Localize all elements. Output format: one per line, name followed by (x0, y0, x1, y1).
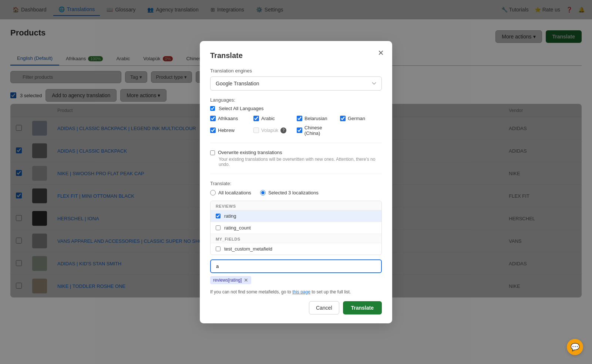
meta-info-text: If you can not find some metafields, go … (210, 289, 291, 295)
lang-label-hebrew: Hebrew (218, 127, 235, 133)
lang-check-arabic[interactable]: Arabic (253, 116, 295, 121)
tag-label: reviews[rating] (213, 278, 242, 283)
modal-close-button[interactable]: ✕ (378, 48, 384, 57)
metafield-test-custom-checkbox[interactable] (216, 246, 221, 251)
radio-selected-localizations[interactable]: Selected 3 localizations (260, 190, 319, 195)
metafield-test-custom-label: test_custom_metafield (224, 246, 272, 252)
overwrite-checkbox[interactable] (210, 150, 215, 155)
select-all-languages-row: Select All Languages (210, 106, 382, 111)
engines-label: Translation engines (210, 68, 382, 74)
meta-info-suffix: to set up the full list. (312, 289, 351, 295)
metafield-search-input[interactable] (210, 259, 382, 273)
overwrite-hint: Your existing translations will be overw… (219, 157, 382, 167)
overwrite-text: Overwrite existing translations (218, 150, 282, 155)
tag-reviews-rating: reviews[rating] ✕ (210, 276, 251, 284)
metafield-rating-count[interactable]: rating_count (211, 222, 381, 234)
modal-translate-button[interactable]: Translate (343, 301, 382, 307)
language-checkboxes-grid: Afrikaans Arabic Belarusian German Hebre… (210, 116, 382, 136)
radio-all-label: All localizations (218, 190, 251, 195)
this-page-link[interactable]: this page (292, 289, 310, 295)
lang-checkbox-chinese[interactable] (297, 127, 302, 133)
lang-check-afrikaans[interactable]: Afrikaans (210, 116, 252, 121)
lang-label-belarusian: Belarusian (305, 116, 327, 121)
translate-label: Translate: (210, 181, 382, 186)
radio-all-localizations[interactable]: All localizations (210, 190, 251, 195)
meta-info: If you can not find some metafields, go … (210, 289, 382, 295)
metafield-rating[interactable]: rating (211, 210, 381, 222)
lang-checkbox-afrikaans[interactable] (210, 116, 216, 121)
lang-label-german: German (348, 116, 365, 121)
translate-section: Translate: All localizations Selected 3 … (210, 181, 382, 195)
reviews-section-label: REVIEWS (211, 201, 381, 210)
radio-all-input[interactable] (210, 190, 216, 195)
metafield-rating-label: rating (224, 213, 236, 219)
lang-checkbox-hebrew[interactable] (210, 127, 216, 133)
lang-check-volapuk[interactable]: Volapük ? (253, 125, 295, 136)
modal-overlay: Translate ✕ Translation engines Google T… (0, 0, 592, 306)
modal-footer: Cancel Translate (210, 301, 382, 307)
cancel-button[interactable]: Cancel (309, 301, 339, 307)
lang-check-hebrew[interactable]: Hebrew (210, 125, 252, 136)
lang-check-belarusian[interactable]: Belarusian (297, 116, 339, 121)
tags-wrap: reviews[rating] ✕ (210, 276, 382, 284)
modal-title: Translate (210, 51, 382, 60)
metafield-rating-count-label: rating_count (224, 225, 251, 231)
metafield-list: REVIEWS rating rating_count MY_FIELDS te… (210, 201, 382, 255)
lang-label-chinese: Chinese (China) (305, 125, 339, 136)
metafield-rating-count-checkbox[interactable] (216, 225, 221, 230)
lang-label-volapuk: Volapük (261, 127, 278, 133)
lang-check-german[interactable]: German (340, 116, 382, 121)
engine-select[interactable]: Google TranslationDeepLMicrosoft Transla… (210, 76, 382, 91)
translate-radio-group: All localizations Selected 3 localizatio… (210, 190, 382, 195)
volapuk-info-icon[interactable]: ? (280, 127, 286, 133)
lang-checkbox-arabic[interactable] (253, 116, 259, 121)
lang-label-arabic: Arabic (261, 116, 275, 121)
radio-selected-input[interactable] (260, 190, 266, 195)
overwrite-label[interactable]: Overwrite existing translations (210, 150, 382, 155)
select-all-languages-label: Select All Languages (219, 106, 263, 111)
translate-modal: Translate ✕ Translation engines Google T… (200, 41, 392, 307)
metafield-rating-checkbox[interactable] (216, 214, 221, 218)
lang-label-afrikaans: Afrikaans (218, 116, 238, 121)
lang-check-chinese[interactable]: Chinese (China) (297, 125, 339, 136)
overwrite-section: Overwrite existing translations Your exi… (210, 150, 382, 167)
myfields-section-label: MY_FIELDS (211, 234, 381, 243)
lang-checkbox-german[interactable] (340, 116, 346, 121)
languages-label: Languages: (210, 97, 382, 103)
tag-remove-button[interactable]: ✕ (244, 277, 248, 283)
metafield-test-custom[interactable]: test_custom_metafield (211, 243, 381, 255)
lang-checkbox-belarusian[interactable] (297, 116, 302, 121)
lang-checkbox-volapuk (253, 127, 259, 133)
radio-selected-label: Selected 3 localizations (268, 190, 319, 195)
divider-2 (210, 174, 382, 174)
select-all-languages-checkbox[interactable] (210, 106, 215, 111)
divider-1 (210, 143, 382, 143)
